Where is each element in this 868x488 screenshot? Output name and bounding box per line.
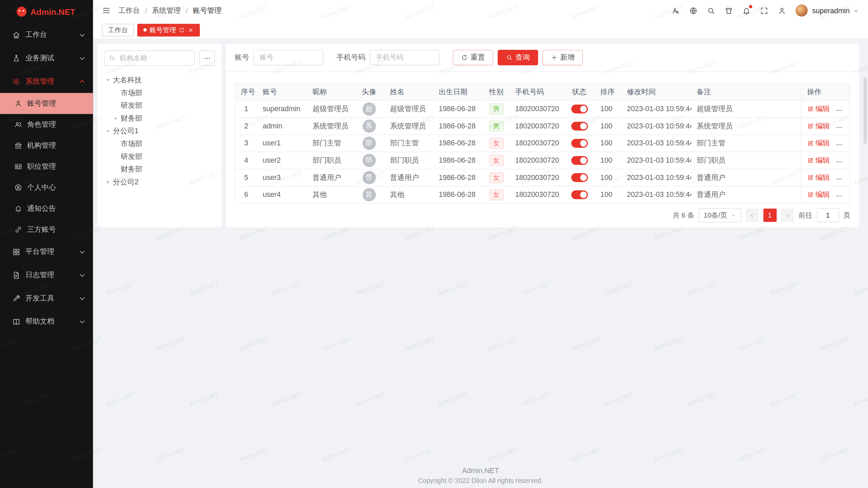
refresh-tab-button[interactable] (179, 27, 185, 33)
status-toggle[interactable] (571, 156, 588, 165)
watermark-text: Admin.NET (487, 446, 518, 463)
theme-button[interactable] (725, 6, 733, 15)
edit-button[interactable]: 编辑 (807, 121, 830, 131)
sidebar-subitem-label: 账号管理 (27, 99, 56, 108)
sidebar-subitem-2[interactable]: 机构管理 (0, 135, 93, 156)
status-toggle[interactable] (571, 173, 588, 182)
sidebar-subitem-6[interactable]: 三方账号 (0, 219, 93, 240)
tree-caret[interactable] (113, 115, 121, 121)
cell-actions: 编辑 (801, 135, 850, 152)
tree-node[interactable]: 研发部 (104, 150, 215, 163)
font-size-button[interactable] (672, 6, 680, 15)
language-button[interactable] (689, 6, 697, 15)
goto-page-input[interactable] (817, 208, 839, 223)
sidebar-subitem-3[interactable]: 职位管理 (0, 156, 93, 177)
edit-button[interactable]: 编辑 (807, 138, 830, 148)
tree-caret[interactable] (105, 77, 113, 83)
notification-button[interactable] (742, 6, 750, 15)
tab-1[interactable]: 账号管理 (137, 23, 200, 36)
tree-caret[interactable] (105, 128, 113, 134)
watermark-text: Admin.NET (105, 390, 137, 407)
cell-nickname: 超级管理员 (307, 100, 353, 118)
tree-caret[interactable] (105, 179, 113, 184)
fullscreen-button[interactable] (760, 6, 768, 15)
tree-node-label: 研发部 (121, 100, 142, 110)
close-tab-button[interactable] (188, 27, 194, 33)
cell-avatar: 其 (353, 186, 384, 203)
user-avatar[interactable] (795, 4, 808, 17)
sidebar-item-1[interactable]: 业务测试 (0, 46, 93, 70)
collapse-menu-button[interactable] (102, 6, 111, 15)
status-toggle[interactable] (571, 139, 588, 148)
row-more-button[interactable] (835, 124, 843, 131)
tree-node[interactable]: 研发部 (104, 99, 215, 112)
sidebar-subitem-5[interactable]: 通知公告 (0, 198, 93, 219)
edit-icon (807, 191, 814, 198)
tree-node[interactable]: 财务部 (104, 112, 215, 125)
status-toggle[interactable] (571, 122, 588, 131)
column-header-12: 操作 (801, 83, 850, 101)
refresh-icon (179, 27, 185, 33)
search-button[interactable]: 查询 (498, 50, 538, 65)
cell-order: 100 (595, 186, 621, 203)
sidebar-item-6[interactable]: 帮助文档 (0, 310, 93, 333)
edit-button[interactable]: 编辑 (807, 156, 830, 165)
user-menu-chevron[interactable] (853, 7, 859, 14)
tree-node[interactable]: 市场部 (104, 137, 215, 150)
cell-remark: 普通用户 (691, 186, 801, 203)
cell-name: 超级管理员 (384, 100, 433, 118)
sidebar-item-4[interactable]: 日志管理 (0, 263, 93, 287)
tree-node-label: 研发部 (121, 151, 142, 161)
tree-node[interactable]: 大名科技 (104, 74, 215, 86)
grid-icon (12, 248, 20, 256)
row-more-button[interactable] (835, 141, 843, 148)
page-scrollbar[interactable] (864, 78, 867, 144)
row-more-button[interactable] (835, 175, 843, 182)
breadcrumb-item-2[interactable]: 账号管理 (193, 5, 222, 15)
watermark-text: Admin.NET (271, 280, 302, 297)
tree-node[interactable]: 分公司1 (104, 124, 215, 137)
tree-node[interactable]: 市场部 (104, 86, 215, 99)
reset-button[interactable]: 重置 (453, 50, 493, 65)
row-more-button[interactable] (835, 107, 843, 114)
row-more-button[interactable] (835, 192, 843, 200)
breadcrumb-item-1[interactable]: 系统管理 (152, 5, 181, 15)
watermark-text: Admin.NET (487, 335, 518, 352)
status-toggle[interactable] (571, 190, 588, 199)
sidebar-item-0[interactable]: 工作台 (0, 23, 93, 47)
edit-button[interactable]: 编辑 (807, 104, 830, 114)
breadcrumb-item-0[interactable]: 工作台 (118, 5, 140, 15)
sidebar-item-5[interactable]: 开发工具 (0, 287, 93, 310)
tree-node[interactable]: 财务部 (104, 163, 215, 176)
sidebar-subitem-0[interactable]: 账号管理 (0, 93, 93, 114)
tab-0[interactable]: 工作台 (102, 23, 134, 36)
globe-icon (689, 6, 697, 15)
dots-icon (835, 192, 843, 200)
sidebar-item-2[interactable]: 系统管理 (0, 70, 93, 93)
org-more-button[interactable] (199, 50, 215, 66)
sidebar-item-3[interactable]: 平台管理 (0, 240, 93, 264)
tree-node[interactable]: 分公司2 (104, 176, 215, 188)
status-toggle[interactable] (571, 105, 588, 114)
gender-badge: 女 (489, 155, 503, 166)
row-more-button[interactable] (835, 158, 843, 165)
page-1-button[interactable]: 1 (763, 209, 776, 222)
sidebar-subitem-4[interactable]: 个人中心 (0, 177, 93, 198)
page-size-select[interactable]: 10条/页 (699, 208, 741, 223)
phone-filter-label: 手机号码 (337, 53, 366, 62)
logo[interactable]: Admin.NET (0, 0, 93, 23)
search-button[interactable] (707, 6, 715, 15)
add-button[interactable]: 新增 (542, 50, 583, 65)
topbar: 工作台/系统管理/账号管理 superadmin (93, 0, 868, 21)
edit-button[interactable]: 编辑 (807, 172, 830, 182)
org-search-input[interactable] (104, 50, 195, 66)
edit-button[interactable]: 编辑 (807, 190, 830, 200)
sidebar-subitem-1[interactable]: 角色管理 (0, 114, 93, 135)
profile-button[interactable] (778, 6, 786, 15)
prev-page-button[interactable] (745, 209, 758, 222)
next-page-button[interactable] (781, 209, 794, 222)
phone-filter-input[interactable] (370, 50, 440, 65)
cell-remark: 部门主管 (691, 135, 801, 152)
account-filter-input[interactable] (254, 50, 323, 65)
username[interactable]: superadmin (812, 6, 850, 15)
